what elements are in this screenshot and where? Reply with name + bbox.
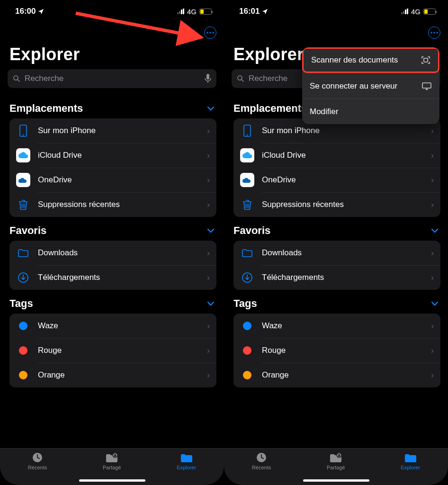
location-icloud-drive[interactable]: iCloud Drive › bbox=[233, 143, 440, 168]
ellipsis-icon bbox=[430, 32, 438, 34]
svg-point-4 bbox=[14, 76, 18, 80]
tag-dot-icon bbox=[243, 346, 251, 355]
tag-item[interactable]: Orange › bbox=[233, 363, 440, 387]
chevron-right-icon: › bbox=[207, 273, 210, 283]
tab-explorer[interactable]: Explorer bbox=[401, 451, 420, 470]
section-header-tags[interactable]: Tags bbox=[9, 290, 216, 314]
download-icon bbox=[16, 272, 30, 283]
favorites-card: Downloads › Téléchargements › bbox=[9, 241, 216, 290]
mic-icon[interactable] bbox=[204, 73, 212, 84]
favorite-downloads[interactable]: Downloads › bbox=[9, 241, 216, 265]
status-time: 16:00 bbox=[15, 7, 36, 16]
tab-recents[interactable]: Récents bbox=[28, 451, 47, 470]
trash-icon bbox=[240, 199, 254, 210]
menu-edit[interactable]: Modifier bbox=[302, 99, 439, 124]
svg-point-2 bbox=[212, 32, 214, 33]
location-recent-deletions[interactable]: Suppressions récentes › bbox=[9, 192, 216, 217]
favorite-downloads[interactable]: Downloads › bbox=[233, 241, 440, 265]
menu-connect-server[interactable]: Se connecter au serveur bbox=[302, 73, 439, 99]
chevron-down-icon bbox=[431, 228, 439, 233]
tag-dot-icon bbox=[19, 322, 27, 330]
iphone-icon bbox=[16, 125, 30, 137]
clock-icon bbox=[255, 451, 268, 464]
chevron-right-icon: › bbox=[431, 126, 434, 136]
favorite-telechargements[interactable]: Téléchargements › bbox=[233, 265, 440, 290]
chevron-down-icon bbox=[207, 301, 215, 306]
search-bar[interactable] bbox=[8, 69, 216, 88]
shared-folder-icon bbox=[105, 451, 119, 464]
tag-item[interactable]: Rouge › bbox=[9, 338, 216, 363]
svg-point-36 bbox=[339, 454, 340, 455]
screen-right: 16:01 4G Explorer Scanner des documents … bbox=[224, 0, 448, 485]
chevron-right-icon: › bbox=[207, 126, 210, 136]
location-on-my-iphone[interactable]: Sur mon iPhone › bbox=[9, 118, 216, 143]
section-header-locations[interactable]: Emplacements bbox=[9, 95, 216, 118]
chevron-right-icon: › bbox=[431, 151, 434, 161]
chevron-right-icon: › bbox=[207, 346, 210, 356]
location-onedrive[interactable]: OneDrive › bbox=[233, 168, 440, 192]
chevron-right-icon: › bbox=[431, 321, 434, 331]
shared-folder-icon bbox=[329, 451, 343, 464]
tag-item[interactable]: Orange › bbox=[9, 363, 216, 387]
favorite-telechargements[interactable]: Téléchargements › bbox=[9, 265, 216, 290]
scan-icon bbox=[421, 55, 430, 65]
tab-explorer[interactable]: Explorer bbox=[177, 451, 196, 470]
tag-item[interactable]: Rouge › bbox=[233, 338, 440, 363]
tag-item[interactable]: Waze › bbox=[9, 314, 216, 338]
more-button[interactable] bbox=[428, 27, 440, 39]
network-label: 4G bbox=[187, 8, 197, 16]
section-header-favorites[interactable]: Favoris bbox=[233, 217, 440, 241]
svg-point-16 bbox=[115, 454, 116, 455]
battery-icon bbox=[423, 9, 436, 15]
tags-card: Waze › Rouge › Orange › bbox=[233, 314, 440, 387]
tag-dot-icon bbox=[243, 371, 251, 379]
ellipsis-icon bbox=[206, 32, 214, 34]
status-bar: 16:01 4G bbox=[224, 0, 448, 23]
chevron-right-icon: › bbox=[431, 346, 434, 356]
folder-icon bbox=[16, 248, 30, 258]
home-indicator[interactable] bbox=[303, 479, 369, 482]
context-menu: Scanner des documents Se connecter au se… bbox=[302, 47, 439, 124]
iphone-icon bbox=[240, 125, 254, 137]
icloud-icon bbox=[240, 148, 254, 162]
svg-rect-25 bbox=[422, 83, 431, 88]
chevron-right-icon: › bbox=[207, 370, 210, 380]
search-icon bbox=[236, 74, 245, 83]
menu-scan-documents[interactable]: Scanner des documents bbox=[302, 47, 439, 73]
signal-icon bbox=[401, 9, 408, 14]
svg-point-9 bbox=[23, 135, 24, 136]
svg-point-17 bbox=[430, 32, 432, 33]
tab-bar: Récents Partagé Explorer bbox=[0, 448, 224, 485]
location-onedrive[interactable]: OneDrive › bbox=[9, 168, 216, 192]
chevron-down-icon bbox=[207, 228, 215, 233]
location-icon bbox=[261, 8, 269, 15]
location-recent-deletions[interactable]: Suppressions récentes › bbox=[233, 192, 440, 217]
search-input[interactable] bbox=[25, 74, 200, 83]
tag-dot-icon bbox=[19, 346, 27, 355]
signal-icon bbox=[177, 9, 184, 14]
tag-dot-icon bbox=[243, 322, 251, 330]
chevron-right-icon: › bbox=[207, 321, 210, 331]
chevron-right-icon: › bbox=[431, 370, 434, 380]
svg-point-20 bbox=[238, 76, 242, 80]
tab-shared[interactable]: Partagé bbox=[103, 451, 121, 470]
more-button[interactable] bbox=[204, 27, 216, 39]
locations-card: Sur mon iPhone › iCloud Drive › OneDrive… bbox=[9, 118, 216, 217]
tab-bar: Récents Partagé Explorer bbox=[224, 448, 448, 485]
locations-card: Sur mon iPhone › iCloud Drive › OneDrive… bbox=[233, 118, 440, 217]
section-header-favorites[interactable]: Favoris bbox=[9, 217, 216, 241]
chevron-down-icon bbox=[431, 301, 439, 306]
tag-item[interactable]: Waze › bbox=[233, 314, 440, 338]
chevron-right-icon: › bbox=[431, 200, 434, 210]
svg-line-21 bbox=[242, 80, 243, 81]
tags-card: Waze › Rouge › Orange › bbox=[9, 314, 216, 387]
section-header-tags[interactable]: Tags bbox=[233, 290, 440, 314]
location-icloud-drive[interactable]: iCloud Drive › bbox=[9, 143, 216, 168]
chevron-right-icon: › bbox=[207, 200, 210, 210]
location-icon bbox=[37, 8, 45, 15]
network-label: 4G bbox=[411, 8, 421, 16]
chevron-right-icon: › bbox=[207, 151, 210, 161]
tab-shared[interactable]: Partagé bbox=[327, 451, 345, 470]
home-indicator[interactable] bbox=[79, 479, 145, 482]
tab-recents[interactable]: Récents bbox=[252, 451, 271, 470]
